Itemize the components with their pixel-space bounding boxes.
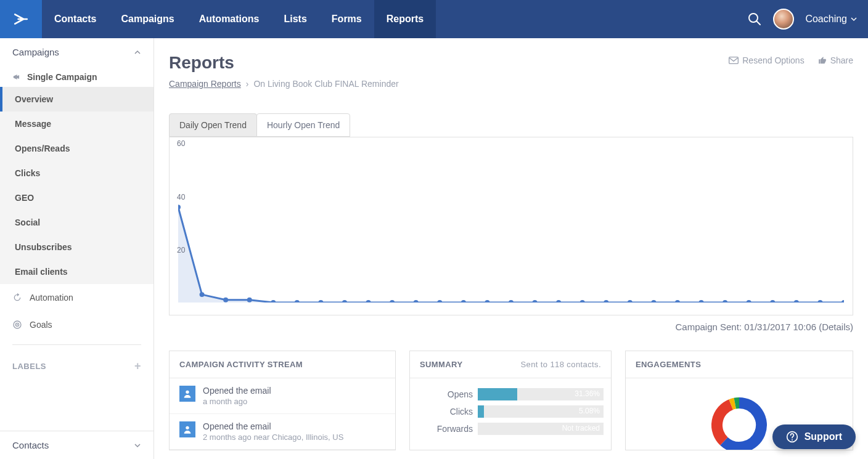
user-icon <box>179 421 195 437</box>
refresh-icon <box>12 293 22 303</box>
activity-title: CAMPAIGN ACTIVITY STREAM <box>179 360 303 369</box>
sidebar-item-geo[interactable]: GEO <box>0 185 154 210</box>
sidebar-bottom-label: Contacts <box>12 440 49 450</box>
svg-point-33 <box>794 300 799 303</box>
topnav-item-automations[interactable]: Automations <box>187 0 272 38</box>
svg-point-8 <box>200 292 205 297</box>
svg-rect-5 <box>729 57 739 64</box>
svg-point-39 <box>792 439 793 441</box>
summary-row-clicks: Clicks5.08% <box>410 402 611 419</box>
sidebar-item-unsubscribes[interactable]: Unsubscribes <box>0 235 154 259</box>
summary-row-forwards: ForwardsNot tracked <box>410 419 611 436</box>
breadcrumb: Campaign Reports › On Living Book Club F… <box>169 79 853 89</box>
y-tick: 20 <box>177 246 185 254</box>
breadcrumb-separator: › <box>246 79 249 89</box>
svg-point-13 <box>318 300 323 303</box>
svg-point-12 <box>295 300 300 303</box>
svg-point-16 <box>390 300 395 303</box>
svg-point-37 <box>186 426 189 429</box>
avatar[interactable] <box>773 9 794 30</box>
svg-point-14 <box>342 300 347 303</box>
activity-row[interactable]: Opened the email2 months ago near Chicag… <box>170 414 395 450</box>
sidebar-item-social[interactable]: Social <box>0 210 154 235</box>
sidebar-subheader-single-campaign[interactable]: Single Campaign <box>0 66 154 87</box>
summary-header: SUMMARY Sent to 118 contacts. <box>410 351 611 378</box>
trend-tab-daily-open-trend[interactable]: Daily Open Trend <box>169 113 257 137</box>
campaign-sent-caption[interactable]: Campaign Sent: 01/31/2017 10:06 (Details… <box>169 322 853 332</box>
sidebar-link-goals[interactable]: Goals <box>0 311 154 338</box>
main-content: Resend Options Share Reports Campaign Re… <box>154 38 868 459</box>
svg-point-32 <box>770 300 775 303</box>
sidebar-item-overview[interactable]: Overview <box>0 87 154 112</box>
sidebar-links: AutomationGoals <box>0 284 154 338</box>
thumbs-up-icon <box>818 56 827 65</box>
svg-point-20 <box>485 300 489 303</box>
svg-point-35 <box>841 300 844 303</box>
donut-svg <box>693 388 785 450</box>
svg-point-29 <box>699 300 704 303</box>
engagements-header: ENGAGEMENTS <box>626 351 853 378</box>
chart-area <box>178 144 844 303</box>
sidebar-divider <box>12 344 141 345</box>
svg-point-11 <box>271 300 276 303</box>
svg-point-4 <box>17 324 18 325</box>
share-label: Share <box>830 55 853 65</box>
sidebar-labels-row[interactable]: LABELS + <box>0 351 154 381</box>
search-icon[interactable] <box>747 12 762 26</box>
sidebar-item-message[interactable]: Message <box>0 112 154 136</box>
topnav-item-lists[interactable]: Lists <box>271 0 319 38</box>
svg-point-30 <box>723 300 727 303</box>
activity-row[interactable]: Opened the emaila month ago <box>170 378 395 414</box>
resend-label: Resend Options <box>742 55 804 65</box>
sidebar-item-opens-reads[interactable]: Opens/Reads <box>0 136 154 161</box>
sidebar-item-email-clients[interactable]: Email clients <box>0 259 154 284</box>
cards-row: CAMPAIGN ACTIVITY STREAM Opened the emai… <box>169 351 853 450</box>
svg-point-31 <box>747 300 751 303</box>
svg-point-7 <box>178 205 181 209</box>
topnav-item-contacts[interactable]: Contacts <box>42 0 108 38</box>
svg-point-36 <box>186 391 189 394</box>
sidebar-item-clicks[interactable]: Clicks <box>0 161 154 185</box>
page-actions: Resend Options Share <box>729 55 853 65</box>
svg-marker-6 <box>178 207 844 303</box>
summary-row-opens: Opens31.36% <box>410 384 611 402</box>
card-activity: CAMPAIGN ACTIVITY STREAM Opened the emai… <box>169 351 396 450</box>
user-label: Coaching <box>805 14 847 25</box>
labels-label: LABELS <box>12 362 46 371</box>
svg-point-34 <box>817 300 822 303</box>
trend-tab-hourly-open-trend[interactable]: Hourly Open Trend <box>256 113 350 137</box>
y-tick: 40 <box>177 193 185 201</box>
breadcrumb-current: On Living Book Club FINAL Reminder <box>253 79 398 89</box>
sidebar: Campaigns Single Campaign OverviewMessag… <box>0 38 154 459</box>
svg-point-15 <box>366 300 371 303</box>
breadcrumb-link[interactable]: Campaign Reports <box>169 79 241 89</box>
app-logo[interactable] <box>0 0 42 38</box>
top-nav-items: ContactsCampaignsAutomationsListsFormsRe… <box>42 0 436 38</box>
trend-tabs: Daily Open TrendHourly Open Trend <box>169 113 853 137</box>
support-button[interactable]: Support <box>772 424 856 449</box>
plus-icon[interactable]: + <box>134 360 141 373</box>
help-icon <box>786 431 798 443</box>
user-menu[interactable]: Coaching <box>805 14 857 25</box>
sidebar-section-campaigns[interactable]: Campaigns <box>0 38 154 66</box>
activity-header: CAMPAIGN ACTIVITY STREAM <box>170 351 395 378</box>
support-label: Support <box>805 431 842 442</box>
svg-point-28 <box>675 300 680 303</box>
engagements-title: ENGAGEMENTS <box>636 360 701 369</box>
megaphone-icon <box>12 73 21 81</box>
sidebar-bottom: Contacts <box>0 431 154 459</box>
topnav-item-campaigns[interactable]: Campaigns <box>108 0 186 38</box>
sidebar-title-label: Campaigns <box>12 47 59 57</box>
activity-rows: Opened the emaila month agoOpened the em… <box>170 378 395 450</box>
topnav-item-forms[interactable]: Forms <box>319 0 374 38</box>
svg-line-1 <box>756 21 760 25</box>
topnav-item-reports[interactable]: Reports <box>374 0 436 38</box>
sidebar-items: OverviewMessageOpens/ReadsClicksGEOSocia… <box>0 87 154 284</box>
svg-point-17 <box>414 300 419 303</box>
resend-options-button[interactable]: Resend Options <box>729 55 804 65</box>
mail-icon <box>729 57 739 64</box>
sidebar-link-automation[interactable]: Automation <box>0 284 154 311</box>
share-button[interactable]: Share <box>818 55 853 65</box>
sidebar-section-contacts[interactable]: Contacts <box>0 431 154 459</box>
chart-container: 204060 <box>169 137 853 315</box>
